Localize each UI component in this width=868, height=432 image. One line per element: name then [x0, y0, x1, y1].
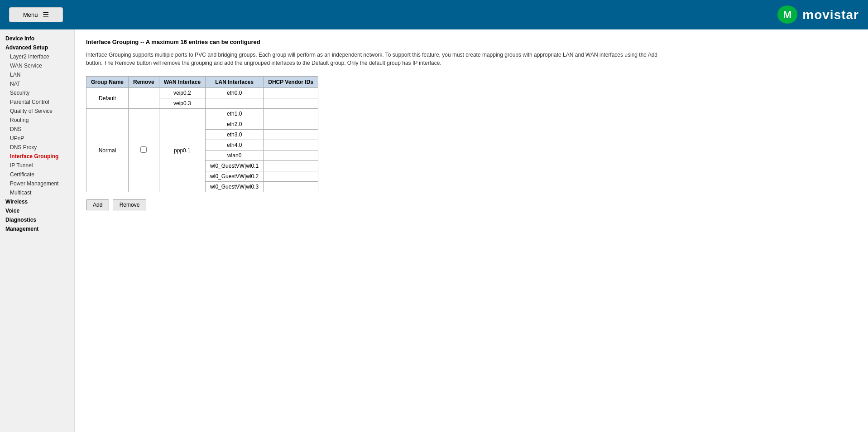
content-area: Interface Grouping -- A maximum 16 entri…	[75, 29, 868, 432]
sidebar: Device Info Advanced Setup Layer2 Interf…	[0, 29, 75, 432]
page-description: Interface Grouping supports multiple por…	[86, 51, 675, 67]
remove-button[interactable]: Remove	[113, 199, 147, 210]
wan-interface-veip03: veip0.3	[159, 98, 205, 109]
remove-cell-normal[interactable]	[129, 109, 159, 192]
header: Menú ☰ M movistar	[0, 0, 868, 29]
lan-interface-eth40: eth4.0	[206, 140, 264, 150]
sidebar-item-management[interactable]: Management	[0, 224, 74, 233]
dhcp-vendor-id-normal-8	[264, 182, 318, 192]
sidebar-item-lan[interactable]: LAN	[0, 70, 74, 79]
add-button[interactable]: Add	[86, 199, 109, 210]
interface-grouping-table: Group Name Remove WAN Interface LAN Inte…	[86, 76, 318, 192]
col-header-lan-interfaces: LAN Interfaces	[206, 77, 264, 88]
group-name-normal: Normal	[86, 109, 129, 192]
col-header-wan-interface: WAN Interface	[159, 77, 205, 88]
sidebar-item-advanced-setup[interactable]: Advanced Setup	[0, 43, 74, 52]
sidebar-item-parental-control[interactable]: Parental Control	[0, 97, 74, 107]
remove-cell-default	[129, 88, 159, 109]
sidebar-item-wireless[interactable]: Wireless	[0, 197, 74, 206]
group-name-default: Default	[86, 88, 129, 109]
lan-interface-empty	[206, 98, 264, 109]
lan-interface-wl0-guest-3: wl0_GuestVW|wl0.3	[206, 182, 264, 192]
sidebar-item-dns[interactable]: DNS	[0, 125, 74, 134]
sidebar-item-nat[interactable]: NAT	[0, 79, 74, 88]
sidebar-item-multicast[interactable]: Multicast	[0, 188, 74, 197]
logo-area: M movistar	[776, 5, 859, 25]
sidebar-item-layer2-interface[interactable]: Layer2 Interface	[0, 52, 74, 61]
sidebar-item-dns-proxy[interactable]: DNS Proxy	[0, 143, 74, 152]
col-header-remove: Remove	[129, 77, 159, 88]
dhcp-vendor-id-normal-2	[264, 119, 318, 130]
lan-interface-eth00: eth0.0	[206, 88, 264, 98]
sidebar-item-device-info[interactable]: Device Info	[0, 34, 74, 43]
table-row: Normal ppp0.1 eth1.0	[86, 109, 318, 119]
main-layout: Device Info Advanced Setup Layer2 Interf…	[0, 29, 868, 432]
wan-interface-ppp01: ppp0.1	[159, 109, 205, 192]
sidebar-item-diagnostics[interactable]: Diagnostics	[0, 215, 74, 224]
brand-name: movistar	[802, 8, 859, 22]
sidebar-item-interface-grouping[interactable]: Interface Grouping	[0, 152, 74, 161]
movistar-logo: M movistar	[776, 5, 859, 25]
dhcp-vendor-id-normal-7	[264, 171, 318, 182]
lan-interface-wlan0: wlan0	[206, 150, 264, 161]
menu-label: Menú	[23, 11, 38, 18]
sidebar-item-ip-tunnel[interactable]: IP Tunnel	[0, 161, 74, 170]
col-header-dhcp-vendor-ids: DHCP Vendor IDs	[264, 77, 318, 88]
svg-text:M: M	[783, 9, 791, 20]
movistar-m-icon: M	[776, 5, 799, 25]
sidebar-item-routing[interactable]: Routing	[0, 116, 74, 125]
col-header-group-name: Group Name	[86, 77, 129, 88]
menu-button[interactable]: Menú ☰	[9, 7, 63, 22]
lan-interface-eth30: eth3.0	[206, 130, 264, 140]
sidebar-item-security[interactable]: Security	[0, 88, 74, 97]
sidebar-item-quality-of-service[interactable]: Quality of Service	[0, 107, 74, 116]
dhcp-vendor-id-default-1	[264, 88, 318, 98]
dhcp-vendor-id-normal-6	[264, 161, 318, 171]
sidebar-item-voice[interactable]: Voice	[0, 206, 74, 215]
lan-interface-eth10: eth1.0	[206, 109, 264, 119]
page-title: Interface Grouping -- A maximum 16 entri…	[86, 39, 857, 45]
dhcp-vendor-id-normal-5	[264, 150, 318, 161]
sidebar-item-wan-service[interactable]: WAN Service	[0, 61, 74, 70]
lan-interface-wl0-guest-1: wl0_GuestVW|wl0.1	[206, 161, 264, 171]
sidebar-item-upnp[interactable]: UPnP	[0, 134, 74, 143]
remove-checkbox-normal[interactable]	[140, 146, 147, 153]
dhcp-vendor-id-normal-1	[264, 109, 318, 119]
dhcp-vendor-id-normal-4	[264, 140, 318, 150]
dhcp-vendor-id-normal-3	[264, 130, 318, 140]
wan-interface-veip02: veip0.2	[159, 88, 205, 98]
button-row: Add Remove	[86, 199, 857, 210]
lan-interface-eth20: eth2.0	[206, 119, 264, 130]
sidebar-item-power-management[interactable]: Power Management	[0, 179, 74, 188]
sidebar-item-certificate[interactable]: Certificate	[0, 170, 74, 179]
lan-interface-wl0-guest-2: wl0_GuestVW|wl0.2	[206, 171, 264, 182]
hamburger-icon: ☰	[43, 10, 49, 19]
table-row: Default veip0.2 eth0.0	[86, 88, 318, 98]
dhcp-vendor-id-default-2	[264, 98, 318, 109]
